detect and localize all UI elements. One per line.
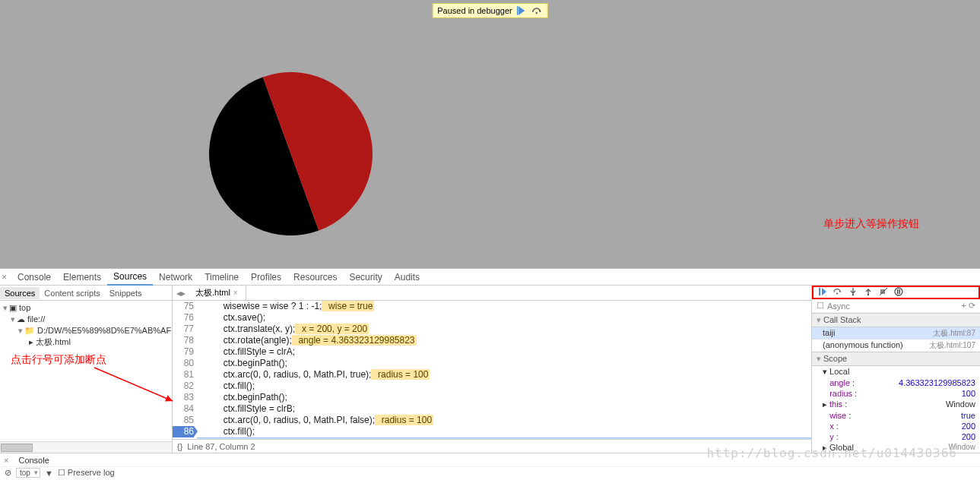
refresh-icon[interactable]: ⟳ — [969, 301, 975, 310]
svg-point-1 — [536, 12, 538, 14]
editor-status: {} Line 87, Column 2 — [173, 439, 811, 453]
stack-frame[interactable]: taiji太极.html:87 — [812, 327, 980, 339]
tab-elements[interactable]: Elements — [57, 270, 107, 285]
tab-network[interactable]: Network — [153, 270, 198, 285]
clear-console-icon[interactable]: ⊘ — [5, 468, 11, 478]
tab-list-icon[interactable]: ◂▸ — [173, 288, 189, 298]
horizontal-scrollbar[interactable] — [0, 441, 172, 453]
scope-var: radius:100 — [812, 388, 980, 399]
file-tree[interactable]: ▾▣ top ▾☁ file:// ▾📁 D:/DW/%E5%89%8D%E7%… — [0, 301, 172, 441]
scope-global[interactable]: ▸ GlobalWindow — [812, 442, 980, 453]
close-devtools-icon[interactable]: × — [2, 272, 7, 283]
svg-point-8 — [895, 288, 902, 295]
tab-audits[interactable]: Audits — [389, 270, 426, 285]
line-gutter[interactable]: 7576777879808182838485868788 — [173, 301, 197, 439]
step-over-icon[interactable] — [532, 5, 543, 16]
devtools-main: Sources Content scripts Snippets ▾▣ top … — [0, 286, 980, 453]
stack-frame[interactable]: (anonymous function)太极.html:107 — [812, 339, 980, 352]
code-lines[interactable]: wisewise = wise ? 1 : -1; wise = true ct… — [197, 301, 811, 439]
tab-security[interactable]: Security — [343, 270, 388, 285]
pause-text: Paused in debugger — [437, 6, 512, 15]
svg-rect-6 — [880, 289, 885, 294]
deactivate-breakpoints-button[interactable] — [879, 287, 888, 298]
svg-rect-2 — [819, 288, 820, 295]
tab-sources[interactable]: Sources — [107, 269, 153, 286]
file-tab[interactable]: 太极.html × — [189, 286, 246, 300]
resume-icon[interactable] — [517, 5, 528, 16]
add-watch-icon[interactable]: + — [962, 301, 966, 310]
svg-rect-0 — [517, 6, 519, 15]
svg-point-4 — [852, 294, 854, 295]
console-drawer-tab[interactable]: Console — [12, 455, 55, 466]
scope-var: angle:4.363323129985823 — [812, 377, 980, 388]
code-body[interactable]: 7576777879808182838485868788 wisewise = … — [173, 301, 811, 439]
step-out-button[interactable] — [864, 287, 873, 298]
svg-rect-9 — [897, 289, 899, 294]
scope-local[interactable]: ▾ Local — [812, 366, 980, 377]
scope-var: ▸ this:Window — [812, 399, 980, 410]
svg-point-5 — [867, 294, 869, 295]
drawer-close-icon[interactable]: × — [0, 456, 12, 465]
call-stack-header[interactable]: ▾Call Stack — [812, 313, 980, 327]
svg-rect-10 — [899, 289, 901, 294]
scope-var: y:200 — [812, 431, 980, 442]
tab-profiles[interactable]: Profiles — [245, 270, 287, 285]
resume-button[interactable] — [818, 287, 827, 298]
braces-icon[interactable]: {} — [177, 442, 182, 451]
context-selector[interactable]: top — [16, 468, 40, 478]
file-navigator: Sources Content scripts Snippets ▾▣ top … — [0, 286, 173, 453]
nav-tab-snippets[interactable]: Snippets — [105, 287, 147, 299]
code-editor: ◂▸ 太极.html × 757677787980818283848586878… — [173, 286, 811, 453]
devtools-tabbar: × Console Elements Sources Network Timel… — [0, 269, 980, 286]
tab-resources[interactable]: Resources — [287, 270, 343, 285]
debug-controls-bar — [812, 286, 980, 299]
svg-point-3 — [836, 293, 838, 295]
tab-console[interactable]: Console — [11, 270, 57, 285]
debugger-pause-banner: Paused in debugger — [432, 3, 547, 18]
annotation-breakpoint: 点击行号可添加断点 — [11, 353, 106, 367]
pause-on-exceptions-button[interactable] — [894, 287, 903, 298]
devtools-panel: × Console Elements Sources Network Timel… — [0, 268, 980, 480]
nav-tab-content-scripts[interactable]: Content scripts — [40, 287, 104, 299]
step-over-button[interactable] — [833, 287, 842, 298]
annotation-step-controls: 单步进入等操作按钮 — [823, 217, 919, 231]
open-file-tabs: ◂▸ 太极.html × — [173, 286, 811, 301]
navigator-tabs: Sources Content scripts Snippets — [0, 286, 172, 301]
nav-tab-sources[interactable]: Sources — [0, 287, 40, 299]
filter-icon[interactable]: ▼ — [45, 469, 53, 478]
console-drawer: × Console ⊘ top ▼ ☐ Preserve log — [0, 453, 980, 480]
debugger-sidebar: ☐Async + ⟳ ▾Call Stack taiji太极.html:87 (… — [811, 286, 980, 453]
taiji-circle — [209, 72, 373, 235]
scope-var: x:200 — [812, 421, 980, 431]
tab-timeline[interactable]: Timeline — [198, 270, 245, 285]
scope-header[interactable]: ▾Scope — [812, 352, 980, 366]
async-row: ☐Async + ⟳ — [812, 299, 980, 313]
file-node[interactable]: 太极.html — [36, 337, 71, 346]
step-into-button[interactable] — [848, 287, 858, 298]
scope-var: wise:true — [812, 410, 980, 421]
close-tab-icon[interactable]: × — [233, 289, 238, 297]
